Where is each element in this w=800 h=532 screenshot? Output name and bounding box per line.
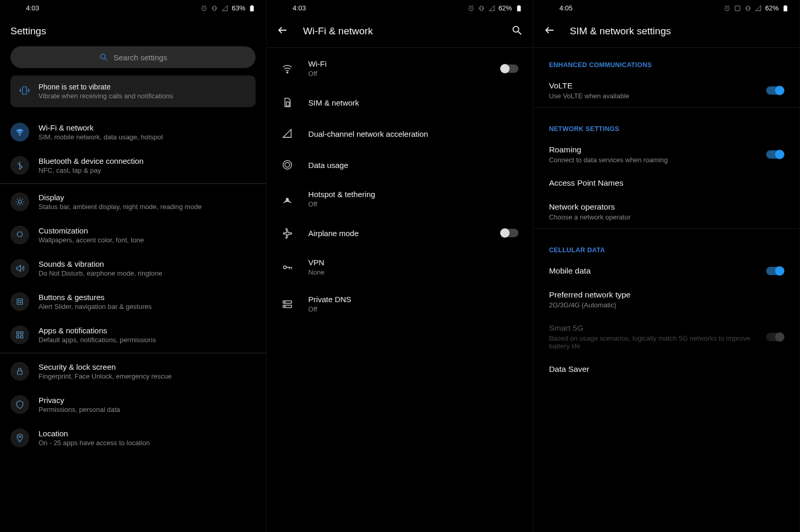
svg-rect-11 <box>17 336 19 339</box>
settings-item-display[interactable]: DisplayStatus bar, ambient display, nigh… <box>0 185 266 218</box>
item-title: Dual-channel network acceleration <box>308 129 518 138</box>
item-body: Hotspot & tetheringOff <box>308 190 518 208</box>
back-button[interactable] <box>544 24 555 38</box>
item-body: Security & lock screenFingerprint, Face … <box>39 362 256 380</box>
settings-item-security[interactable]: Security & lock screenFingerprint, Face … <box>0 355 266 388</box>
sim-item-mobiledata[interactable]: Mobile data <box>534 259 799 283</box>
svg-rect-3 <box>251 5 253 6</box>
wifi-toggle[interactable] <box>501 64 518 73</box>
back-button[interactable] <box>277 24 288 38</box>
alarm-icon <box>200 5 208 12</box>
status-bar: 4:05 62% <box>534 0 799 15</box>
settings-item-apps[interactable]: Apps & notificationsDefault apps, notifi… <box>0 318 266 352</box>
network-item-dns[interactable]: Private DNSOff <box>266 286 532 322</box>
item-title: VPN <box>308 258 518 267</box>
svg-point-20 <box>287 72 288 73</box>
battery-percent: 63% <box>232 4 245 12</box>
network-item-dual[interactable]: Dual-channel network acceleration <box>266 118 532 149</box>
item-title: Data usage <box>308 161 518 170</box>
section-header: ENHANCED COMMUNICATIONS <box>534 48 799 74</box>
item-sub: None <box>308 268 518 276</box>
battery-icon <box>515 5 523 12</box>
item-title: Hotspot & tethering <box>308 190 518 199</box>
settings-item-customization[interactable]: CustomizationWallpapers, accent color, f… <box>0 218 266 252</box>
status-time: 4:05 <box>560 4 573 12</box>
sim-item-operators[interactable]: Network operatorsChoose a network operat… <box>534 195 799 228</box>
item-title: Display <box>39 193 256 202</box>
item-body: Data usage <box>308 161 518 170</box>
vibrate-icon <box>744 5 752 12</box>
item-sub: SIM, mobile network, data usage, hotspot <box>39 133 256 141</box>
sim-icon <box>281 96 294 109</box>
sim-item-volte[interactable]: VoLTEUse VoLTE when available <box>534 74 799 107</box>
item-body: Wi-FiOff <box>308 59 486 77</box>
nfc-icon <box>734 5 741 12</box>
svg-rect-33 <box>784 5 786 6</box>
status-icons: 62% <box>723 4 789 12</box>
svg-rect-2 <box>250 6 254 11</box>
sim-item-prefnet[interactable]: Preferred network type2G/3G/4G (Automati… <box>534 283 799 316</box>
item-body: LocationOn - 25 apps have access to loca… <box>39 429 256 447</box>
search-settings[interactable]: Search settings <box>10 46 256 68</box>
item-body: Dual-channel network acceleration <box>308 129 518 138</box>
item-body: VoLTEUse VoLTE when available <box>549 81 757 100</box>
network-item-data[interactable]: Data usage <box>266 149 532 180</box>
item-title: Mobile data <box>549 266 757 276</box>
svg-rect-1 <box>213 6 216 10</box>
settings-item-bluetooth[interactable]: Bluetooth & device connectionNFC, cast, … <box>0 149 266 182</box>
sim-item-roaming[interactable]: RoamingConnect to data services when roa… <box>534 138 799 171</box>
alarm-icon <box>467 5 475 12</box>
settings-item-privacy[interactable]: PrivacyPermissions, personal data <box>0 388 266 421</box>
sim-item-apn[interactable]: Access Point Names <box>534 171 799 195</box>
svg-rect-18 <box>518 5 520 6</box>
mobiledata-toggle[interactable] <box>766 267 784 275</box>
item-body: CustomizationWallpapers, accent color, f… <box>39 226 256 244</box>
status-bar: 4:03 62% <box>266 0 532 15</box>
item-body: Smart 5GBased on usage scenarios, logica… <box>549 323 757 350</box>
vibrate-notice[interactable]: Phone is set to vibrate Vibrate when rec… <box>10 75 256 107</box>
roaming-toggle[interactable] <box>766 150 784 159</box>
network-item-hotspot[interactable]: Hotspot & tetheringOff <box>266 180 532 217</box>
settings-item-wifi[interactable]: Wi-Fi & networkSIM, mobile network, data… <box>0 115 266 149</box>
item-body: DisplayStatus bar, ambient display, nigh… <box>39 193 256 211</box>
bluetooth-icon <box>10 156 29 175</box>
svg-rect-12 <box>21 336 23 339</box>
settings-screen: 4:03 63% Settings Search settings Phone … <box>0 0 266 532</box>
item-title: Wi-Fi & network <box>39 123 256 132</box>
vpn-icon <box>281 261 294 274</box>
sim-network-screen: 4:05 62% SIM & network settings ENHANCED… <box>534 0 800 532</box>
item-title: SIM & network <box>308 98 518 107</box>
network-item-vpn[interactable]: VPNNone <box>266 249 532 286</box>
privacy-icon <box>10 395 29 414</box>
sim-item-datasaver[interactable]: Data Saver <box>534 357 799 381</box>
item-body: RoamingConnect to data services when roa… <box>549 145 757 164</box>
svg-rect-17 <box>517 6 520 11</box>
svg-point-22 <box>285 162 290 167</box>
search-placeholder: Search settings <box>113 53 167 62</box>
dns-icon <box>281 298 294 310</box>
volte-toggle[interactable] <box>766 86 784 95</box>
settings-item-buttons[interactable]: Buttons & gesturesAlert Slider, navigati… <box>0 285 266 318</box>
settings-item-sounds[interactable]: Sounds & vibrationDo Not Disturb, earpho… <box>0 252 266 285</box>
svg-rect-13 <box>18 371 22 374</box>
settings-item-location[interactable]: LocationOn - 25 apps have access to loca… <box>0 421 266 455</box>
network-item-sim[interactable]: SIM & network <box>266 87 532 118</box>
item-sub: Off <box>308 200 518 208</box>
item-body: Airplane mode <box>308 229 486 238</box>
item-title: Buttons & gestures <box>39 293 256 302</box>
signal-icon <box>488 5 496 12</box>
network-item-wifi[interactable]: Wi-FiOff <box>266 50 532 87</box>
status-icons: 62% <box>467 4 523 12</box>
sim-item-smart5g: Smart 5GBased on usage scenarios, logica… <box>534 316 799 357</box>
search-button[interactable] <box>511 24 523 38</box>
network-item-airplane[interactable]: Airplane mode <box>266 217 532 249</box>
svg-point-6 <box>19 135 20 136</box>
item-body: Network operatorsChoose a network operat… <box>549 202 784 221</box>
location-icon <box>10 429 29 447</box>
item-title: VoLTE <box>549 81 757 90</box>
item-sub: Fingerprint, Face Unlock, emergency resc… <box>39 372 256 380</box>
airplane-toggle[interactable] <box>501 229 518 237</box>
hotspot-icon <box>281 193 294 205</box>
item-sub: Alert Slider, navigation bar & gestures <box>39 303 256 310</box>
item-title: Access Point Names <box>549 178 784 188</box>
